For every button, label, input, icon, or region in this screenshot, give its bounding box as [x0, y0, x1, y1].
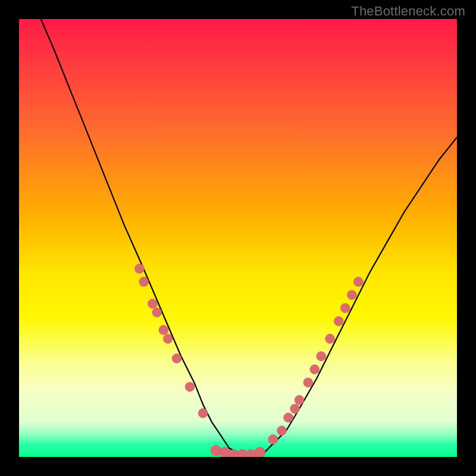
- bottleneck-curve: [41, 19, 457, 457]
- curve-marker: [277, 426, 287, 436]
- curve-marker: [172, 353, 181, 363]
- curve-marker: [148, 299, 158, 308]
- curve-marker: [334, 317, 343, 326]
- curve-marker: [255, 447, 265, 457]
- curve-marker: [310, 365, 320, 374]
- chart-frame: TheBottleneck.com: [0, 0, 476, 476]
- curve-marker: [284, 413, 293, 422]
- curve-marker: [139, 277, 149, 287]
- curve-marker: [198, 408, 208, 418]
- curve-marker: [353, 277, 363, 287]
- curve-marker: [134, 264, 144, 274]
- curve-marker: [325, 334, 335, 343]
- curve-marker: [340, 303, 350, 313]
- curve-marker: [268, 435, 278, 444]
- curve-markers: [134, 264, 363, 458]
- chart-svg: [19, 19, 457, 457]
- curve-marker: [295, 395, 304, 405]
- curve-marker: [290, 404, 300, 414]
- curve-marker: [159, 325, 168, 335]
- curve-marker: [303, 378, 313, 387]
- curve-marker: [317, 352, 326, 361]
- curve-marker: [185, 382, 195, 392]
- plot-area: [19, 19, 457, 457]
- watermark-text: TheBottleneck.com: [351, 4, 465, 19]
- curve-marker: [163, 334, 173, 343]
- curve-marker: [347, 290, 356, 300]
- curve-marker: [152, 308, 162, 317]
